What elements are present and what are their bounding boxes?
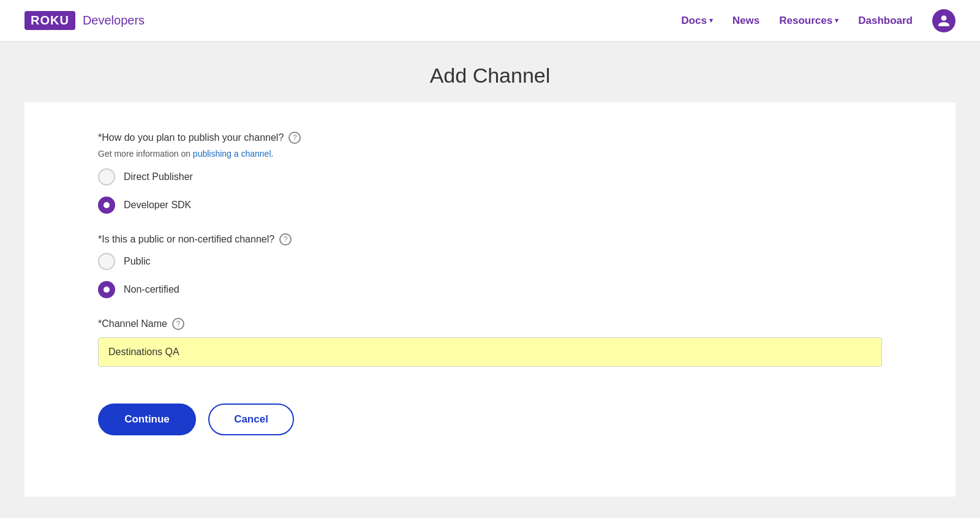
resources-chevron-icon: ▾ bbox=[835, 17, 839, 24]
outer-wrapper: *How do you plan to publish your channel… bbox=[0, 102, 980, 518]
radio-public[interactable]: Public bbox=[98, 253, 882, 270]
radio-label-direct: Direct Publisher bbox=[124, 171, 193, 182]
radio-developer-sdk[interactable]: Developer SDK bbox=[98, 197, 882, 214]
nav-developers-label: Developers bbox=[83, 13, 145, 28]
channel-name-help-icon[interactable]: ? bbox=[172, 318, 184, 330]
channel-name-label: *Channel Name ? bbox=[98, 318, 882, 330]
nav-resources-link[interactable]: Resources ▾ bbox=[779, 15, 839, 27]
nav-right: Docs ▾ News Resources ▾ Dashboard bbox=[681, 9, 956, 32]
radio-label-non-certified: Non-certified bbox=[124, 284, 179, 295]
publish-method-radio-group: Direct Publisher Developer SDK bbox=[98, 168, 882, 214]
channel-name-section: *Channel Name ? bbox=[98, 318, 882, 367]
continue-button[interactable]: Continue bbox=[98, 404, 196, 435]
navbar: ROKU Developers Docs ▾ News Resources ▾ … bbox=[0, 0, 980, 42]
channel-type-question-label: *Is this a public or non-certified chann… bbox=[98, 233, 882, 246]
radio-circle-non-certified bbox=[98, 281, 115, 298]
user-avatar[interactable] bbox=[932, 9, 956, 32]
publish-method-section: *How do you plan to publish your channel… bbox=[98, 132, 882, 214]
publish-question-label: *How do you plan to publish your channel… bbox=[98, 132, 882, 144]
radio-direct-publisher[interactable]: Direct Publisher bbox=[98, 168, 882, 186]
roku-logo-box[interactable]: ROKU bbox=[24, 11, 75, 30]
docs-chevron-icon: ▾ bbox=[709, 17, 713, 24]
nav-news-link[interactable]: News bbox=[733, 15, 760, 27]
channel-type-section: *Is this a public or non-certified chann… bbox=[98, 233, 882, 298]
form-buttons: Continue Cancel bbox=[98, 404, 882, 460]
publishing-channel-link[interactable]: publishing a channel. bbox=[193, 149, 274, 159]
page-title: Add Channel bbox=[0, 64, 980, 88]
radio-label-sdk: Developer SDK bbox=[124, 200, 191, 211]
channel-type-radio-group: Public Non-certified bbox=[98, 253, 882, 298]
channel-name-input[interactable] bbox=[98, 337, 882, 367]
nav-docs-link[interactable]: Docs ▾ bbox=[681, 15, 713, 27]
cancel-button[interactable]: Cancel bbox=[208, 404, 294, 435]
radio-circle-sdk bbox=[98, 197, 115, 214]
radio-label-public: Public bbox=[124, 256, 151, 267]
publish-help-icon[interactable]: ? bbox=[288, 132, 301, 144]
nav-left: ROKU Developers bbox=[24, 11, 145, 30]
content-card: *How do you plan to publish your channel… bbox=[24, 102, 956, 497]
publish-help-text: Get more information on publishing a cha… bbox=[98, 149, 882, 159]
radio-non-certified[interactable]: Non-certified bbox=[98, 281, 882, 298]
radio-circle-public bbox=[98, 253, 115, 270]
radio-circle-direct bbox=[98, 168, 115, 186]
page-header: Add Channel bbox=[0, 42, 980, 102]
roku-logo[interactable]: ROKU bbox=[24, 11, 75, 30]
channel-type-help-icon[interactable]: ? bbox=[279, 233, 292, 246]
nav-dashboard-link[interactable]: Dashboard bbox=[858, 15, 913, 27]
